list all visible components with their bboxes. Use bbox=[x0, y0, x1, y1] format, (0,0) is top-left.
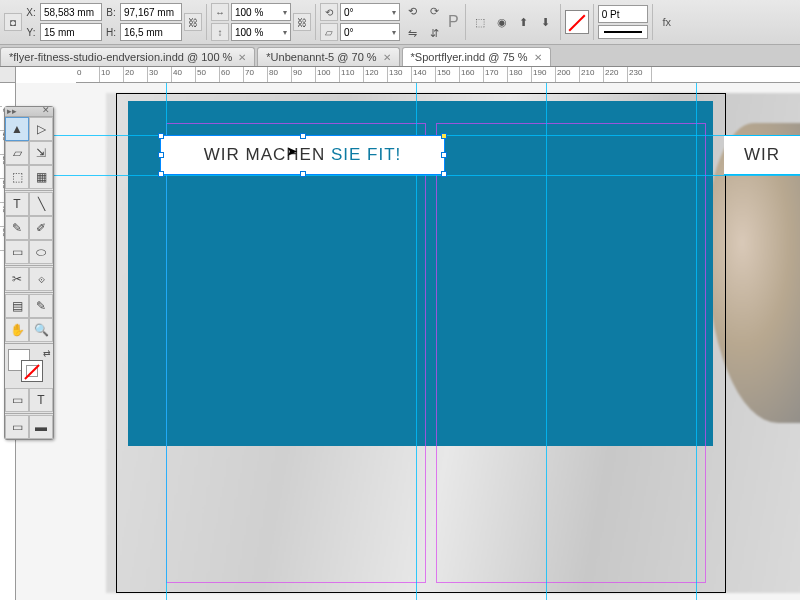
flip-h-icon[interactable]: ⇋ bbox=[402, 23, 422, 43]
flip-v-icon[interactable]: ⇵ bbox=[424, 23, 444, 43]
collapse-icon[interactable]: ▸▸ bbox=[7, 106, 17, 116]
content-collector-tool[interactable]: ⬚ bbox=[5, 165, 29, 189]
w-label: B: bbox=[104, 7, 118, 18]
guide-vertical[interactable] bbox=[546, 83, 547, 600]
tools-panel-header[interactable]: ▸▸ bbox=[5, 107, 53, 117]
canvas[interactable]: WIR MACHEN SIE FIT! WIR ➤ bbox=[16, 83, 800, 600]
tools-panel[interactable]: ▸▸ ▲▷ ▱⇲ ⬚▦ T╲ ✎✐ ▭⬭ ✂⟐ ▤✎ ✋🔍 ⇄ ▭T ▭▬ bbox=[4, 106, 54, 440]
tab-sportflyer[interactable]: *Sportflyer.indd @ 75 %✕ bbox=[402, 47, 551, 66]
shear-input[interactable]: 0° bbox=[340, 23, 400, 41]
type-tool[interactable]: T bbox=[5, 192, 29, 216]
selection-handle[interactable] bbox=[300, 133, 306, 139]
paragraph-icon: P bbox=[448, 13, 459, 31]
rectangle-frame-tool[interactable]: ▭ bbox=[5, 240, 29, 264]
ruler-origin[interactable] bbox=[0, 67, 16, 83]
pencil-tool[interactable]: ✐ bbox=[29, 216, 53, 240]
gap-tool[interactable]: ⇲ bbox=[29, 141, 53, 165]
pen-tool[interactable]: ✎ bbox=[5, 216, 29, 240]
x-input[interactable] bbox=[40, 3, 102, 21]
w-input[interactable] bbox=[120, 3, 182, 21]
headline-text-frame[interactable]: WIR MACHEN SIE FIT! bbox=[160, 135, 445, 175]
apply-color-tool[interactable]: ▭ bbox=[5, 388, 29, 412]
effects-icon[interactable]: fx bbox=[657, 12, 677, 32]
selection-handle[interactable] bbox=[300, 171, 306, 177]
select-container-icon[interactable]: ⬚ bbox=[470, 12, 490, 32]
document-tab-bar: *flyer-fitness-studio-endversion.indd @ … bbox=[0, 45, 800, 67]
eyedropper-tool[interactable]: ✎ bbox=[29, 294, 53, 318]
swap-colors-icon[interactable]: ⇄ bbox=[43, 348, 51, 358]
y-input[interactable] bbox=[40, 23, 102, 41]
headline-2-text: WIR bbox=[744, 145, 780, 165]
control-bar: ◘ X: Y: B: H: ⛓ ↔100 % ↕100 % ⛓ ⟲0° ▱0° … bbox=[0, 0, 800, 45]
selection-handle[interactable] bbox=[441, 171, 447, 177]
selection-handle-outport[interactable] bbox=[441, 133, 447, 139]
rectangle-tool[interactable]: ⬭ bbox=[29, 240, 53, 264]
selection-tool[interactable]: ▲ bbox=[5, 117, 29, 141]
stroke-color-swatch[interactable] bbox=[21, 360, 43, 382]
line-tool[interactable]: ╲ bbox=[29, 192, 53, 216]
fill-stroke-swatch[interactable]: ⇄ bbox=[5, 346, 53, 386]
scale-x-input[interactable]: 100 % bbox=[231, 3, 291, 21]
rotate-cw-icon[interactable]: ⟳ bbox=[424, 1, 444, 21]
close-icon[interactable]: ✕ bbox=[383, 52, 391, 63]
fill-swatch[interactable] bbox=[565, 10, 589, 34]
selection-handle[interactable] bbox=[158, 152, 164, 158]
h-label: H: bbox=[104, 27, 118, 38]
free-transform-tool[interactable]: ⟐ bbox=[29, 267, 53, 291]
close-icon[interactable]: ✕ bbox=[534, 52, 542, 63]
rotate-ccw-icon[interactable]: ⟲ bbox=[402, 1, 422, 21]
apply-text-tool[interactable]: T bbox=[29, 388, 53, 412]
headline-text: WIR MACHEN SIE FIT! bbox=[204, 145, 402, 165]
y-label: Y: bbox=[24, 27, 38, 38]
tab-unbenannt[interactable]: *Unbenannt-5 @ 70 %✕ bbox=[257, 47, 399, 66]
view-mode-normal[interactable]: ▭ bbox=[5, 415, 29, 439]
direct-selection-tool[interactable]: ▷ bbox=[29, 117, 53, 141]
hand-tool[interactable]: ✋ bbox=[5, 318, 29, 342]
scale-y-input[interactable]: 100 % bbox=[231, 23, 291, 41]
rotate-input[interactable]: 0° bbox=[340, 3, 400, 21]
close-icon[interactable]: ✕ bbox=[238, 52, 246, 63]
select-next-icon[interactable]: ⬇ bbox=[536, 12, 556, 32]
headline-2-text-frame[interactable]: WIR bbox=[724, 135, 800, 175]
stroke-style-dropdown[interactable] bbox=[598, 25, 648, 39]
zoom-tool[interactable]: 🔍 bbox=[29, 318, 53, 342]
gradient-swatch-tool[interactable]: ▤ bbox=[5, 294, 29, 318]
select-prev-icon[interactable]: ⬆ bbox=[514, 12, 534, 32]
tab-flyer[interactable]: *flyer-fitness-studio-endversion.indd @ … bbox=[0, 47, 255, 66]
shear-icon: ▱ bbox=[320, 23, 338, 41]
constrain-wh-icon[interactable]: ⛓ bbox=[184, 13, 202, 31]
selection-handle[interactable] bbox=[158, 133, 164, 139]
page-tool[interactable]: ▱ bbox=[5, 141, 29, 165]
view-mode-preview[interactable]: ▬ bbox=[29, 415, 53, 439]
content-placer-tool[interactable]: ▦ bbox=[29, 165, 53, 189]
stroke-weight-input[interactable]: 0 Pt bbox=[598, 5, 648, 23]
h-input[interactable] bbox=[120, 23, 182, 41]
rotate-icon: ⟲ bbox=[320, 3, 338, 21]
selection-handle[interactable] bbox=[441, 152, 447, 158]
constrain-scale-icon[interactable]: ⛓ bbox=[293, 13, 311, 31]
scale-y-icon: ↕ bbox=[211, 23, 229, 41]
selection-handle[interactable] bbox=[158, 171, 164, 177]
scissors-tool[interactable]: ✂ bbox=[5, 267, 29, 291]
scale-x-icon: ↔ bbox=[211, 3, 229, 21]
guide-vertical[interactable] bbox=[696, 83, 697, 600]
reference-point-icon[interactable]: ◘ bbox=[4, 13, 22, 31]
x-label: X: bbox=[24, 7, 38, 18]
select-content-icon[interactable]: ◉ bbox=[492, 12, 512, 32]
ruler-horizontal[interactable]: 0102030405060708090100110120130140150160… bbox=[76, 67, 800, 83]
guide-horizontal[interactable] bbox=[16, 175, 800, 176]
